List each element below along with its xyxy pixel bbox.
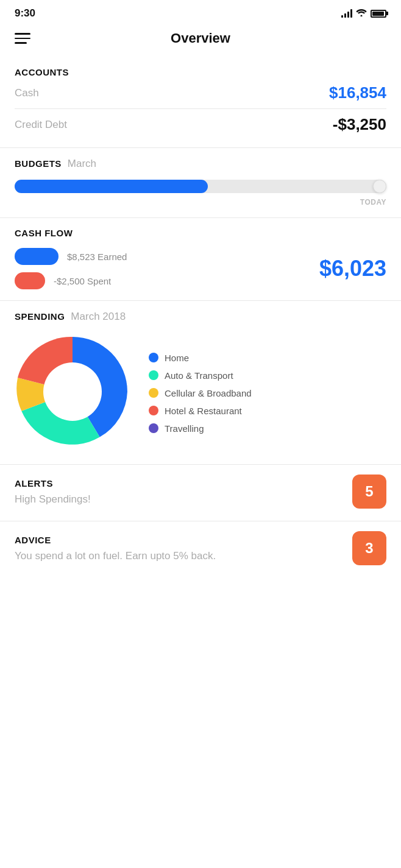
account-cash-row[interactable]: Cash $16,854 (15, 77, 386, 108)
cashflow-total: $6,023 (319, 256, 386, 281)
budget-progress-fill (15, 180, 208, 193)
account-credit-row[interactable]: Credit Debt -$3,250 (15, 109, 386, 140)
budgets-month: March (68, 158, 96, 170)
legend-auto: Auto & Transport (149, 370, 252, 381)
accounts-title: ACCOUNTS (15, 67, 386, 77)
alerts-content: ALERTS High Spendings! (15, 478, 91, 506)
advice-description: You spend a lot on fuel. Earn upto 5% ba… (15, 550, 216, 562)
spending-title: SPENDING (15, 311, 65, 322)
spending-legend: Home Auto & Transport Cellular & Broadba… (149, 353, 252, 434)
cashflow-earned-bar (15, 248, 59, 265)
legend-auto-dot (149, 370, 158, 380)
cashflow-earned-label: $8,523 Earned (67, 252, 127, 262)
wifi-icon (356, 8, 367, 19)
menu-icon[interactable] (15, 33, 30, 44)
status-icons (341, 8, 386, 19)
accounts-section: ACCOUNTS Cash $16,854 Credit Debt -$3,25… (0, 57, 401, 148)
cashflow-earned-row: $8,523 Earned (15, 248, 127, 265)
cashflow-title: CASH FLOW (15, 228, 386, 238)
today-label: TODAY (15, 198, 386, 206)
legend-travelling: Travelling (149, 423, 252, 434)
spending-section: SPENDING March 2018 (0, 301, 401, 465)
legend-travelling-label: Travelling (165, 423, 204, 434)
header: Overview (0, 24, 401, 57)
alerts-description: High Spendings! (15, 493, 91, 505)
alerts-title: ALERTS (15, 478, 91, 489)
advice-content: ADVICE You spend a lot on fuel. Earn upt… (15, 535, 216, 562)
legend-auto-label: Auto & Transport (165, 370, 233, 381)
legend-home-dot (149, 353, 158, 362)
legend-hotel-label: Hotel & Restaurant (165, 406, 242, 416)
account-cash-value: $16,854 (329, 83, 386, 102)
legend-home-label: Home (165, 353, 189, 363)
advice-badge[interactable]: 3 (352, 531, 386, 565)
legend-cellular-dot (149, 388, 158, 398)
cashflow-section: CASH FLOW $8,523 Earned -$2,500 Spent $6… (0, 218, 401, 301)
signal-icon (341, 9, 352, 18)
legend-cellular-label: Cellular & Broadband (165, 388, 252, 398)
legend-hotel: Hotel & Restaurant (149, 406, 252, 416)
cashflow-spent-label: -$2,500 Spent (54, 276, 111, 286)
account-credit-value: -$3,250 (333, 115, 386, 134)
page-title: Overview (171, 30, 230, 46)
alerts-badge-count: 5 (365, 483, 373, 500)
cashflow-spent-bar (15, 272, 45, 289)
donut-chart (15, 334, 130, 452)
advice-section: ADVICE You spend a lot on fuel. Earn upt… (0, 521, 401, 577)
advice-title: ADVICE (15, 535, 216, 545)
legend-cellular: Cellular & Broadband (149, 388, 252, 398)
legend-home: Home (149, 353, 252, 363)
budget-progress-thumb (373, 180, 386, 193)
spending-period: March 2018 (71, 311, 126, 323)
alerts-badge[interactable]: 5 (352, 475, 386, 509)
advice-badge-count: 3 (365, 540, 373, 557)
cashflow-items: $8,523 Earned -$2,500 Spent (15, 248, 127, 289)
status-bar: 9:30 (0, 0, 401, 24)
status-time: 9:30 (15, 7, 35, 19)
legend-travelling-dot (149, 423, 158, 433)
account-cash-label: Cash (15, 87, 39, 99)
account-credit-label: Credit Debt (15, 119, 67, 131)
budgets-title: BUDGETS (15, 158, 62, 169)
alerts-section: ALERTS High Spendings! 5 (0, 465, 401, 521)
cashflow-spent-row: -$2,500 Spent (15, 272, 127, 289)
battery-icon (371, 10, 386, 18)
svg-point-0 (43, 362, 102, 421)
budget-progress-bar (15, 180, 386, 193)
legend-hotel-dot (149, 406, 158, 415)
budgets-section: BUDGETS March TODAY (0, 148, 401, 218)
